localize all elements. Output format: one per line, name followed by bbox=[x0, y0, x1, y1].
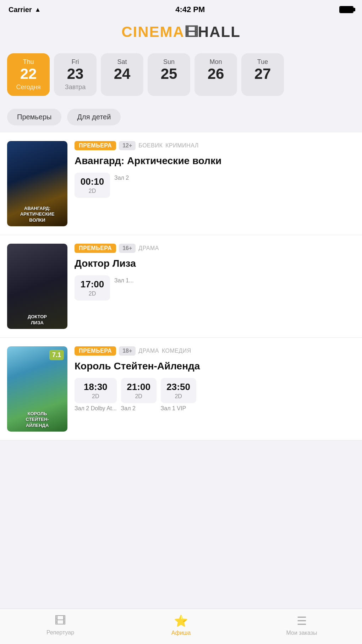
nav-item-repertuar[interactable]: 🎞 Репертуар bbox=[39, 614, 82, 636]
movie-poster-1[interactable]: АВАНГАРД:АРКТИЧЕСКИЕВОЛКИ bbox=[7, 141, 67, 226]
date-item-tue27[interactable]: Tue 27 bbox=[241, 53, 284, 96]
showtime-2-0[interactable]: 17:00 2D bbox=[75, 275, 110, 301]
showtime-time-2-0: 17:00 bbox=[80, 279, 104, 290]
tag-genre-3-1: КОМЕДИЯ bbox=[162, 348, 191, 354]
filter-tab-premieres[interactable]: Премьеры bbox=[7, 109, 61, 125]
date-day-num-2: 24 bbox=[114, 66, 131, 82]
filter-tab-kids[interactable]: Для детей bbox=[67, 109, 121, 125]
date-day-num-5: 27 bbox=[254, 66, 271, 82]
showtimes-2: 17:00 2D Зал 1... bbox=[75, 275, 355, 301]
date-day-name-4: Mon bbox=[209, 58, 222, 66]
showtime-format-1-0: 2D bbox=[80, 188, 104, 194]
date-item-sun25[interactable]: Sun 25 bbox=[148, 53, 190, 96]
date-label-1: Завтра bbox=[65, 83, 86, 91]
showtime-hall-1-0: Зал 2 bbox=[114, 175, 129, 198]
film-nav-icon: 🎞 bbox=[55, 614, 66, 627]
showtime-format-2-0: 2D bbox=[80, 291, 104, 297]
movie-title-1: Авангард: Арктические волки bbox=[75, 155, 355, 167]
tag-genre-1-1: КРИМИНАЛ bbox=[165, 142, 198, 149]
poster-text-1: АВАНГАРД:АРКТИЧЕСКИЕВОЛКИ bbox=[20, 206, 55, 224]
movie-tags-3: ПРЕМЬЕРА 18+ ДРАМА КОМЕДИЯ bbox=[75, 346, 355, 356]
poster-text-3: КОРОЛЬСТЕЙТЕН-АЙЛЕНДА bbox=[26, 411, 49, 429]
movie-poster-3[interactable]: КОРОЛЬСТЕЙТЕН-АЙЛЕНДА 7.1 bbox=[7, 346, 67, 432]
app-logo: CINEMA🎞HALL bbox=[0, 23, 362, 40]
showtimes-1: 00:10 2D Зал 2 bbox=[75, 173, 355, 198]
showtime-3-2[interactable]: 23:50 2D bbox=[161, 378, 196, 403]
movie-card-king: КОРОЛЬСТЕЙТЕН-АЙЛЕНДА 7.1 ПРЕМЬЕРА 18+ Д… bbox=[0, 338, 362, 440]
showtimes-3: 18:30 2D Зал 2 Dolby At... 21:00 2D Зал … bbox=[75, 378, 355, 412]
logo-hall: HALL bbox=[198, 23, 241, 40]
date-day-num-4: 26 bbox=[208, 66, 224, 82]
nav-label-afisha: Афиша bbox=[171, 630, 191, 636]
movie-card-avangard: АВАНГАРД:АРКТИЧЕСКИЕВОЛКИ ПРЕМЬЕРА 12+ Б… bbox=[0, 132, 362, 235]
showtime-time-3-0: 18:30 bbox=[80, 381, 111, 393]
showtime-format-3-0: 2D bbox=[80, 393, 111, 400]
carrier-label: Carrier ▲ bbox=[9, 6, 41, 14]
nav-label-repertuar: Репертуар bbox=[46, 629, 74, 636]
movie-info-1: ПРЕМЬЕРА 12+ БОЕВИК КРИМИНАЛ Авангард: А… bbox=[75, 141, 355, 226]
tag-genre-3-0: ДРАМА bbox=[138, 348, 159, 354]
date-day-name-3: Sun bbox=[163, 58, 175, 66]
showtime-hall-3-2: Зал 1 VIP bbox=[161, 405, 196, 412]
showtime-format-3-2: 2D bbox=[166, 393, 191, 400]
tag-genre-1-0: БОЕВИК bbox=[138, 142, 163, 149]
nav-item-orders[interactable]: ☰ Мои заказы bbox=[280, 614, 323, 636]
filter-tabs: Премьеры Для детей bbox=[0, 103, 362, 132]
movie-info-2: ПРЕМЬЕРА 16+ ДРАМА Доктор Лиза 17:00 2D … bbox=[75, 244, 355, 329]
nav-item-afisha[interactable]: ⭐ Афиша bbox=[160, 614, 202, 636]
showtime-format-3-1: 2D bbox=[127, 393, 151, 400]
orders-nav-icon: ☰ bbox=[297, 614, 307, 628]
showtime-3-1[interactable]: 21:00 2D bbox=[121, 378, 157, 403]
movie-title-2: Доктор Лиза bbox=[75, 257, 355, 270]
movie-tags-2: ПРЕМЬЕРА 16+ ДРАМА bbox=[75, 244, 355, 253]
wifi-icon: ▲ bbox=[35, 6, 41, 13]
tag-age-3: 18+ bbox=[119, 346, 136, 356]
showtime-time-3-2: 23:50 bbox=[166, 381, 191, 393]
date-item-thu22[interactable]: Thu 22 Сегодня bbox=[7, 53, 50, 96]
date-day-num-0: 22 bbox=[20, 66, 37, 82]
date-label-0: Сегодня bbox=[16, 83, 41, 91]
movie-title-3: Король Стейтен-Айленда bbox=[75, 360, 355, 372]
showtime-hall-3-1: Зал 2 bbox=[121, 405, 157, 412]
battery-icon bbox=[339, 6, 353, 13]
status-bar: Carrier ▲ 4:42 PM bbox=[0, 0, 362, 18]
movie-info-3: ПРЕМЬЕРА 18+ ДРАМА КОМЕДИЯ Король Стейте… bbox=[75, 346, 355, 432]
bottom-nav: 🎞 Репертуар ⭐ Афиша ☰ Мои заказы bbox=[0, 608, 362, 644]
rating-badge-3: 7.1 bbox=[49, 350, 64, 360]
movie-poster-2[interactable]: ДОКТОРЛИЗА bbox=[7, 244, 67, 329]
date-picker: Thu 22 Сегодня Fri 23 Завтра Sat 24 Sun … bbox=[0, 48, 362, 103]
star-nav-icon: ⭐ bbox=[174, 614, 188, 628]
poster-text-2: ДОКТОРЛИЗА bbox=[28, 314, 47, 326]
date-item-sat24[interactable]: Sat 24 bbox=[101, 53, 143, 96]
showtime-1-0[interactable]: 00:10 2D bbox=[75, 173, 110, 198]
date-item-mon26[interactable]: Mon 26 bbox=[194, 53, 237, 96]
nav-label-orders: Мои заказы bbox=[286, 630, 317, 636]
date-day-name-5: Tue bbox=[257, 58, 268, 66]
movie-card-doktorliza: ДОКТОРЛИЗА ПРЕМЬЕРА 16+ ДРАМА Доктор Лиз… bbox=[0, 235, 362, 338]
showtime-time-3-1: 21:00 bbox=[127, 381, 151, 393]
tag-premiere-1: ПРЕМЬЕРА bbox=[75, 141, 116, 150]
status-time: 4:42 PM bbox=[175, 5, 205, 14]
date-day-name-1: Fri bbox=[72, 58, 79, 66]
showtime-3-0[interactable]: 18:30 2D bbox=[75, 378, 117, 403]
date-day-num-3: 25 bbox=[161, 66, 177, 82]
tag-age-2: 16+ bbox=[119, 244, 136, 253]
app-header: CINEMA🎞HALL bbox=[0, 18, 362, 48]
date-day-num-1: 23 bbox=[67, 66, 84, 82]
film-strip-icon: 🎞 bbox=[185, 25, 198, 40]
logo-cinema: CINEMA bbox=[121, 23, 185, 40]
movies-list: АВАНГАРД:АРКТИЧЕСКИЕВОЛКИ ПРЕМЬЕРА 12+ Б… bbox=[0, 132, 362, 440]
tag-age-1: 12+ bbox=[119, 141, 136, 150]
showtime-hall-2-0: Зал 1... bbox=[114, 277, 134, 301]
showtime-hall-3-0: Зал 2 Dolby At... bbox=[75, 405, 117, 412]
tag-premiere-2: ПРЕМЬЕРА bbox=[75, 244, 116, 253]
showtime-time-1-0: 00:10 bbox=[80, 176, 104, 187]
date-day-name-2: Sat bbox=[117, 58, 127, 66]
tag-premiere-3: ПРЕМЬЕРА bbox=[75, 346, 116, 356]
date-day-name-0: Thu bbox=[23, 58, 34, 66]
movie-tags-1: ПРЕМЬЕРА 12+ БОЕВИК КРИМИНАЛ bbox=[75, 141, 355, 150]
date-item-fri23[interactable]: Fri 23 Завтра bbox=[54, 53, 97, 96]
tag-genre-2-0: ДРАМА bbox=[138, 245, 159, 251]
